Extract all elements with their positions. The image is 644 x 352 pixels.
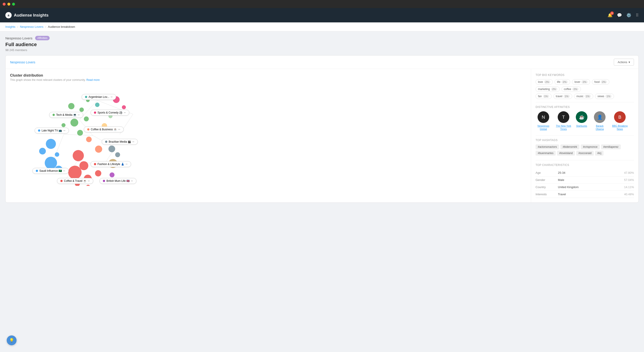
navbar: a Audiense Insights 🔔 9 💬 ⚙️ ⠿: [0, 8, 644, 22]
edit-icon[interactable]: ✏: [126, 163, 128, 166]
edit-icon[interactable]: ✏: [131, 180, 133, 183]
edit-icon[interactable]: ✏: [88, 180, 90, 183]
breadcrumb-sep-1: ›: [17, 25, 18, 29]
keyword-chip: travel 1%: [554, 94, 572, 99]
cluster-dot: [94, 163, 96, 165]
read-more-link[interactable]: Read more: [86, 78, 100, 82]
cluster-bubble: [95, 103, 100, 107]
cluster-bubble: [73, 150, 84, 161]
affinity-name[interactable]: BBC Breaking News: [612, 124, 628, 131]
cluster-bubble: [110, 172, 114, 177]
affinities-row: N Nespresso Global T The New York Times …: [536, 111, 634, 131]
edit-icon[interactable]: ✏: [111, 96, 113, 99]
affinity-item[interactable]: 👤 Barack Obama: [592, 111, 608, 131]
affinities-badge: Affinities: [35, 36, 50, 40]
cluster-bubble: [70, 119, 78, 126]
cluster-bubble: [68, 166, 82, 179]
keyword-chip: love 2%: [536, 79, 553, 85]
char-pct: 14.11%: [624, 186, 634, 189]
cluster-label[interactable]: Sports & Comedy ⚽ ✏: [90, 110, 129, 116]
edit-icon[interactable]: ✏: [63, 169, 65, 172]
affinity-item[interactable]: T The New York Times: [556, 111, 571, 131]
cluster-bubble: [62, 123, 66, 127]
breadcrumb: Insights › Nespresso Lovers › Audience b…: [0, 22, 644, 31]
affinity-logo: T: [558, 111, 569, 123]
notification-icon[interactable]: 🔔 9: [608, 13, 612, 18]
cluster-label[interactable]: Late Night TV 📺 ✏: [35, 128, 69, 133]
divider-2: [536, 135, 634, 135]
cluster-bubble: [80, 161, 88, 170]
hashtag-chip[interactable]: #socceraid: [576, 151, 594, 156]
cluster-label[interactable]: Argentinian Lov... ✏: [82, 94, 116, 100]
edit-icon[interactable]: ✏: [64, 129, 66, 132]
cluster-label-text: British Mum Life 🇬🇧: [106, 179, 130, 183]
maximize-dot[interactable]: [12, 3, 15, 6]
cluster-title: Cluster distribution: [10, 73, 526, 77]
minimize-dot[interactable]: [8, 3, 10, 6]
hashtag-chip[interactable]: #icj: [595, 151, 604, 156]
bio-keywords-title: Top bio keywords: [536, 73, 634, 77]
char-label: Age: [536, 171, 558, 174]
affinities-title: Distinctive affinities: [536, 105, 634, 109]
char-label: Country: [536, 186, 558, 189]
edit-icon[interactable]: ✏: [132, 140, 134, 143]
main-content: Nespresso Lovers Actions ▾ Cluster distr…: [0, 55, 644, 208]
affinity-item[interactable]: B BBC Breaking News: [612, 111, 628, 131]
brand: a Audiense Insights: [5, 12, 48, 18]
affinity-item[interactable]: ☕ Starbucks: [576, 111, 588, 131]
breadcrumb-nespresso[interactable]: Nespresso Lovers: [20, 25, 44, 29]
cluster-bubble: [77, 130, 83, 136]
message-icon[interactable]: 💬: [617, 13, 622, 18]
cluster-label[interactable]: Brazilian Media 🎬 ✏: [102, 139, 138, 145]
hashtag-chip[interactable]: #loveisland: [557, 151, 575, 156]
edit-icon[interactable]: ✏: [78, 113, 80, 116]
hashtag-chip[interactable]: #buenmartes: [536, 151, 556, 156]
affinity-name[interactable]: The New York Times: [556, 124, 571, 131]
hashtag-chip[interactable]: #bidensmirk: [560, 144, 580, 149]
hashtag-chip[interactable]: #emiliaperez: [601, 144, 621, 149]
hashtag-chip[interactable]: #crispnonce: [581, 144, 600, 149]
cluster-label[interactable]: British Mum Life 🇬🇧 ✏: [100, 178, 136, 184]
cluster-bubble: [86, 137, 92, 142]
cluster-label[interactable]: Coffee & Business ☕ ✏: [84, 126, 124, 132]
card-header: Nespresso Lovers Actions ▾: [6, 56, 638, 69]
close-dot[interactable]: [3, 3, 6, 6]
brand-name: Audiense Insights: [14, 13, 48, 18]
cluster-label-text: Tech & Media 💻: [56, 113, 76, 116]
edit-icon[interactable]: ✏: [124, 111, 126, 114]
card-tab[interactable]: Nespresso Lovers: [10, 60, 35, 64]
cluster-bubble: [55, 152, 59, 157]
cluster-bubble: [39, 148, 46, 154]
cluster-bubble: [95, 170, 101, 177]
affinity-name[interactable]: Starbucks: [576, 124, 587, 127]
keyword-chip: coffee 2%: [562, 86, 581, 92]
cluster-label[interactable]: Fashion & Lifestyle 👗 ✏: [90, 161, 131, 167]
keywords-row-1: love 2%life 2%lover 2%food 2%marketing 2…: [536, 79, 634, 92]
hashtags-title: Top hashtags: [536, 139, 634, 142]
hashtags-row: #actorsonactors#bidensmirk#crispnonce#em…: [536, 144, 634, 156]
hashtag-chip[interactable]: #actorsonactors: [536, 144, 559, 149]
keyword-chip: food 2%: [592, 79, 609, 85]
titlebar: [0, 0, 644, 8]
cluster-dot: [94, 111, 96, 114]
char-label: Interests: [536, 193, 558, 196]
cluster-dot: [87, 128, 90, 130]
cluster-label[interactable]: Coffee & Travel ☕ ✏: [57, 178, 93, 184]
char-value: 25-34: [558, 171, 624, 174]
char-row: Age 25-34 47.80%: [536, 169, 634, 177]
char-value: Male: [558, 178, 624, 182]
cluster-label[interactable]: Tech & Media 💻 ✏: [49, 112, 83, 118]
affinity-name[interactable]: Nespresso Global: [536, 124, 551, 131]
cluster-label[interactable]: Saudi Influence 🇸🇦 ✏: [32, 168, 69, 174]
edit-icon[interactable]: ✏: [118, 128, 120, 131]
cluster-label-text: Late Night TV 📺: [42, 129, 62, 132]
breadcrumb-insights[interactable]: Insights: [5, 25, 16, 29]
bubble-canvas: Argentinian Lov... ✏ Tech & Media 💻 ✏ Sp…: [10, 85, 526, 186]
actions-button[interactable]: Actions ▾: [614, 59, 634, 66]
affinity-name[interactable]: Barack Obama: [592, 124, 608, 131]
grid-icon[interactable]: ⠿: [636, 13, 639, 18]
keyword-chip: lover 2%: [572, 79, 590, 85]
affinity-logo: N: [538, 111, 549, 123]
gear-icon[interactable]: ⚙️: [626, 13, 631, 18]
affinity-item[interactable]: N Nespresso Global: [536, 111, 551, 131]
